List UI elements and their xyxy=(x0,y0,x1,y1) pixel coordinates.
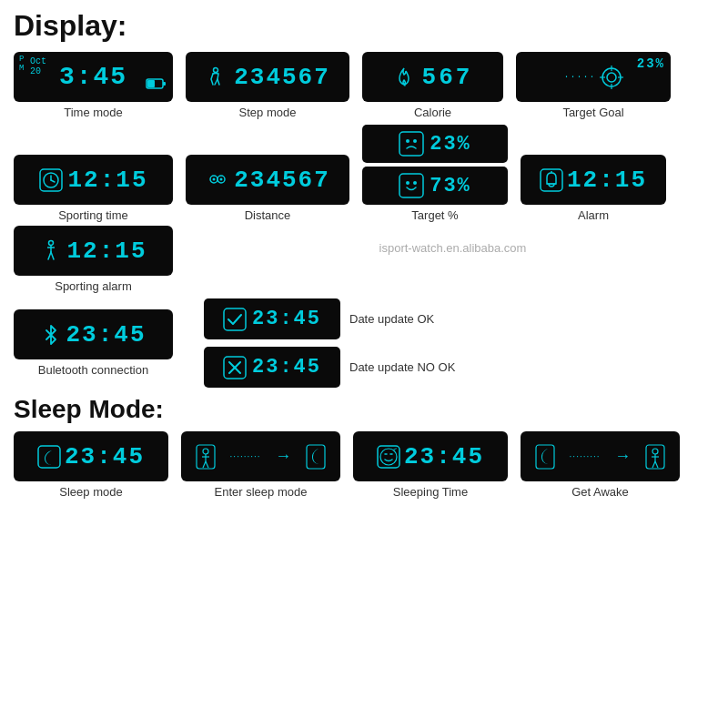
sad-face-icon xyxy=(399,131,424,157)
date-nok-row: 23:45 Date update NO OK xyxy=(204,347,455,388)
step-mode-value: 234567 xyxy=(234,64,330,91)
sleeping-time-cell: z z 23:45 Sleeping Time xyxy=(353,431,508,499)
alarm-box: 12:15 xyxy=(521,155,666,205)
row-4: 23:45 Buletooth connection 23:45 Date up… xyxy=(14,298,714,388)
row-2: 12:15 Sporting time 234567 Distance xyxy=(14,125,714,222)
calorie-box: 567 xyxy=(362,52,503,102)
date-update-group: 23:45 Date update OK 23:45 Date update N… xyxy=(204,298,455,388)
svg-line-31 xyxy=(51,252,54,259)
date-ok-value: 23:45 xyxy=(252,308,321,330)
svg-line-42 xyxy=(206,461,208,468)
get-awake-box: ········· → xyxy=(521,431,680,481)
happy-face-icon xyxy=(399,173,424,198)
sporting-alarm-label: Sporting alarm xyxy=(55,279,132,293)
target-goal-box: ····· 23% xyxy=(516,52,671,102)
date-nok-box: 23:45 xyxy=(204,347,340,388)
distance-value: 234567 xyxy=(234,167,330,194)
sleep-mode-cell: 23:45 Sleep mode xyxy=(14,431,168,499)
bluetooth-value: 23:45 xyxy=(66,321,146,349)
svg-rect-32 xyxy=(224,308,246,330)
svg-line-30 xyxy=(48,252,51,259)
svg-point-38 xyxy=(203,449,208,454)
bluetooth-cell: 23:45 Buletooth connection xyxy=(14,309,173,377)
svg-line-56 xyxy=(655,461,658,468)
svg-point-3 xyxy=(214,67,218,72)
date-nok-label: Date update NO OK xyxy=(349,360,455,374)
bluetooth-icon xyxy=(40,324,62,346)
svg-point-19 xyxy=(406,139,410,143)
target-pct-label: Target % xyxy=(411,208,458,222)
svg-point-22 xyxy=(406,181,410,185)
flame-icon xyxy=(393,66,415,88)
date-ok-box: 23:45 xyxy=(204,298,340,339)
svg-line-41 xyxy=(203,461,206,468)
target-pct-boxes: 23% 73% xyxy=(362,125,508,205)
cross-icon xyxy=(223,356,247,379)
svg-rect-1 xyxy=(163,82,166,86)
svg-point-27 xyxy=(49,240,54,245)
enter-sleep-box: ········· → xyxy=(181,431,340,481)
target-goal-cell: ····· 23% Target Goal xyxy=(516,52,671,119)
target-happy-box: 73% xyxy=(362,167,508,205)
alarm-cell: 12:15 Alarm xyxy=(521,155,666,222)
moon-icon xyxy=(37,445,61,469)
bluetooth-label: Buletooth connection xyxy=(38,363,148,377)
svg-line-13 xyxy=(51,180,55,182)
get-awake-label: Get Awake xyxy=(571,485,629,499)
bluetooth-box: 23:45 xyxy=(14,309,173,359)
svg-point-16 xyxy=(213,177,216,180)
distance-label: Distance xyxy=(245,208,291,222)
walking-icon xyxy=(205,66,227,88)
sporting-time-cell: 12:15 Sporting time xyxy=(14,155,173,222)
svg-point-17 xyxy=(220,177,223,180)
step-mode-cell: 234567 Step mode xyxy=(186,52,349,119)
person-walk-icon xyxy=(39,239,63,263)
date-label: Oct20 xyxy=(30,56,46,76)
sleep-mode-box: 23:45 xyxy=(14,431,168,481)
svg-rect-43 xyxy=(307,445,325,469)
svg-rect-50 xyxy=(536,445,554,469)
time-mode-value: 3:45 xyxy=(59,63,127,91)
target-goal-value: 23% xyxy=(637,56,665,71)
sporting-time-label: Sporting time xyxy=(58,208,128,222)
check-icon xyxy=(223,308,247,331)
sleeping-time-value: 23:45 xyxy=(404,443,484,470)
time-mode-cell: PM 3:45 Oct20 Time mode xyxy=(14,52,173,119)
smiley-sleep-icon: z z xyxy=(377,445,400,469)
sleep-mode-value: 23:45 xyxy=(65,443,145,470)
alarm-value: 12:15 xyxy=(567,167,647,194)
enter-sleep-arrow: → xyxy=(275,447,291,466)
get-awake-arrow: → xyxy=(614,447,631,466)
sleeping-time-box: z z 23:45 xyxy=(353,431,508,481)
alarm-label: Alarm xyxy=(578,208,609,222)
sleeping-time-label: Sleeping Time xyxy=(393,485,468,499)
row-3: 12:15 Sporting alarm isport-watch.en.ali… xyxy=(14,226,714,293)
svg-point-23 xyxy=(413,181,417,185)
calorie-value: 567 xyxy=(422,64,473,91)
enter-sleep-label: Enter sleep mode xyxy=(215,485,308,499)
svg-point-5 xyxy=(607,73,616,82)
date-ok-row: 23:45 Date update OK xyxy=(204,298,455,339)
sporting-alarm-value: 12:15 xyxy=(66,238,147,265)
svg-text:z: z xyxy=(395,446,397,450)
bell-icon xyxy=(540,168,563,192)
sporting-time-value: 12:15 xyxy=(67,167,147,194)
sporting-alarm-box: 12:15 xyxy=(14,226,173,276)
row-1: PM 3:45 Oct20 Time mode 234567 Step mode xyxy=(14,52,714,119)
clock-icon xyxy=(38,167,64,193)
watermark-area: isport-watch.en.alibaba.com xyxy=(191,226,714,258)
svg-point-20 xyxy=(413,139,417,143)
sleep-mode-title: Sleep Mode: xyxy=(14,395,714,424)
sporting-time-box: 12:15 xyxy=(14,155,173,205)
sporting-alarm-cell: 12:15 Sporting alarm xyxy=(14,226,173,293)
battery-icon xyxy=(146,73,167,95)
display-title: Display: xyxy=(14,9,714,43)
sleep-moon-right-icon xyxy=(306,444,326,470)
calorie-cell: 567 Calorie xyxy=(362,52,503,119)
target-pct-cell: 23% 73% Target % xyxy=(362,125,508,222)
target-icon xyxy=(600,66,623,89)
target-happy-value: 73% xyxy=(430,175,471,197)
person-enter-icon xyxy=(196,444,216,470)
target-dots: ····· xyxy=(563,72,595,82)
svg-rect-18 xyxy=(399,132,423,156)
